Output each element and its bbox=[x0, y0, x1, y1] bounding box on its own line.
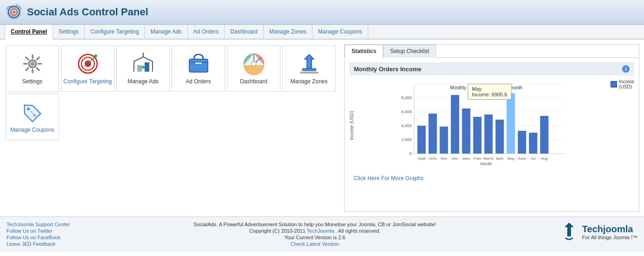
chart-title-bar: Monthly Orders Income i bbox=[349, 62, 634, 75]
icon-grid: Settings Configure Targeting bbox=[5, 44, 339, 212]
svg-text:4,000: 4,000 bbox=[401, 123, 412, 128]
tab-statistics[interactable]: Statistics bbox=[345, 45, 383, 58]
svg-rect-21 bbox=[189, 59, 208, 72]
nav-ad-orders[interactable]: Ad Orders bbox=[188, 25, 225, 39]
manage-zones-label: Manage Zones bbox=[290, 78, 327, 85]
svg-point-16 bbox=[85, 61, 91, 67]
manage-zones-icon bbox=[298, 52, 321, 75]
svg-text:Monthly Income For Past 12 mon: Monthly Income For Past 12 month bbox=[450, 85, 523, 90]
svg-rect-53 bbox=[462, 108, 471, 154]
svg-line-12 bbox=[26, 67, 29, 71]
chart-legend: Income(USD) bbox=[607, 79, 634, 89]
chart-title: Monthly Orders Income bbox=[354, 66, 421, 73]
svg-rect-19 bbox=[145, 62, 149, 72]
footer-check-version-link[interactable]: Check Latest Version bbox=[291, 241, 339, 247]
svg-point-25 bbox=[252, 61, 256, 66]
footer-facebook-link[interactable]: Follow Us on FaceBook bbox=[7, 235, 60, 240]
manage-coupons-icon-cell[interactable]: Manage Coupons bbox=[6, 94, 59, 140]
svg-point-3 bbox=[13, 11, 15, 13]
svg-rect-59 bbox=[496, 120, 504, 154]
legend-income-box bbox=[611, 81, 617, 88]
icon-row-1: Settings Configure Targeting bbox=[5, 44, 339, 93]
ad-orders-icon bbox=[187, 52, 210, 75]
svg-rect-49 bbox=[440, 127, 448, 154]
main-content: Settings Configure Targeting bbox=[0, 40, 644, 216]
svg-text:Febr: Febr bbox=[473, 156, 481, 161]
stats-content: Monthly Orders Income i Income (USD) May… bbox=[345, 58, 639, 189]
footer-version: Your Current Version is 2.6 bbox=[193, 235, 436, 240]
svg-line-10 bbox=[36, 67, 40, 71]
page-header: Social Ads Control Panel bbox=[0, 0, 644, 25]
nav-manage-zones[interactable]: Manage Zones bbox=[264, 25, 312, 39]
footer-techjoomla-link[interactable]: TechJoomla bbox=[307, 228, 334, 234]
chart-svg: 0 2,000 4,000 6,000 8,000 Monthly Income… bbox=[356, 79, 607, 168]
dashboard-icon bbox=[242, 52, 266, 75]
footer-rights-text: . All rights reserved. bbox=[336, 228, 381, 234]
info-icon[interactable]: i bbox=[622, 65, 630, 73]
svg-text:2,000: 2,000 bbox=[401, 137, 412, 142]
settings-label: Settings bbox=[22, 78, 42, 85]
svg-rect-63 bbox=[518, 131, 526, 154]
icon-row-2: Manage Coupons bbox=[5, 93, 339, 141]
techjoomla-name: Techjoomla bbox=[582, 224, 637, 235]
svg-rect-28 bbox=[300, 72, 319, 74]
main-nav: Control Panel Settings Configure Targeti… bbox=[0, 25, 644, 40]
footer-support-link[interactable]: TechJoomla Support Center bbox=[7, 222, 70, 227]
techjoomla-tagline: For All things Joomla !™ bbox=[582, 235, 637, 240]
svg-rect-55 bbox=[473, 117, 482, 154]
configure-targeting-link[interactable]: Configure Targeting bbox=[63, 78, 112, 85]
techjoomla-logo-icon bbox=[560, 222, 578, 243]
tab-setup-checklist[interactable]: Setup Checklist bbox=[383, 45, 436, 58]
manage-zones-icon-cell[interactable]: Manage Zones bbox=[282, 45, 336, 92]
footer-twitter-link[interactable]: Follow Us on Twitter bbox=[7, 228, 53, 234]
manage-coupons-link[interactable]: Manage Coupons bbox=[10, 127, 54, 133]
svg-text:April: April bbox=[496, 156, 504, 161]
manage-ads-icon-cell[interactable]: Manage Ads bbox=[116, 45, 170, 92]
svg-point-13 bbox=[30, 61, 35, 66]
techjoomla-brand-text: Techjoomla For All things Joomla !™ bbox=[582, 224, 637, 240]
svg-text:Nov: Nov bbox=[440, 156, 447, 161]
svg-point-20 bbox=[142, 53, 144, 54]
svg-rect-51 bbox=[451, 95, 459, 154]
nav-manage-coupons[interactable]: Manage Coupons bbox=[312, 25, 368, 39]
svg-text:Month: Month bbox=[480, 162, 492, 166]
svg-text:Sept: Sept bbox=[418, 156, 425, 161]
nav-settings[interactable]: Settings bbox=[53, 25, 85, 39]
svg-rect-61 bbox=[507, 93, 515, 154]
manage-ads-label: Manage Ads bbox=[127, 78, 159, 85]
svg-text:0: 0 bbox=[410, 151, 412, 156]
svg-text:Jul: Jul bbox=[531, 156, 535, 161]
nav-manage-ads[interactable]: Manage Ads bbox=[145, 25, 188, 39]
settings-icon-cell[interactable]: Settings bbox=[6, 45, 59, 92]
svg-text:May: May bbox=[507, 156, 514, 161]
svg-text:June: June bbox=[518, 156, 526, 161]
footer-copyright: Copyright (C) 2010-2011 TechJoomla . All… bbox=[193, 228, 436, 234]
svg-marker-26 bbox=[305, 54, 314, 68]
app-title: Social Ads Control Panel bbox=[27, 6, 148, 18]
svg-text:Octo: Octo bbox=[429, 156, 437, 161]
manage-coupons-icon bbox=[21, 101, 44, 124]
ad-orders-label: Ad Orders bbox=[186, 78, 211, 85]
more-graphs-link[interactable]: Click Here For More Graphs bbox=[349, 172, 634, 184]
y-axis-label: Income (USD) bbox=[349, 111, 354, 140]
footer: TechJoomla Support Center Follow Us on T… bbox=[0, 216, 644, 252]
svg-rect-67 bbox=[540, 116, 549, 154]
configure-targeting-icon-cell[interactable]: Configure Targeting bbox=[61, 45, 114, 92]
svg-point-31 bbox=[34, 115, 36, 116]
svg-text:Aug: Aug bbox=[541, 156, 547, 161]
svg-line-11 bbox=[36, 57, 40, 60]
nav-configure-targeting[interactable]: Configure Targeting bbox=[85, 25, 145, 39]
dashboard-icon-cell[interactable]: Dashboard bbox=[227, 45, 280, 92]
footer-jed-link[interactable]: Leave JED Feedback bbox=[7, 241, 55, 247]
svg-text:March: March bbox=[483, 156, 493, 161]
stats-tabs: Statistics Setup Checklist bbox=[345, 45, 639, 58]
svg-point-29 bbox=[27, 108, 30, 110]
svg-text:6,000: 6,000 bbox=[401, 109, 412, 114]
footer-center: SocialAds. A Powerful Advertisement Solu… bbox=[193, 222, 436, 248]
nav-dashboard[interactable]: Dashboard bbox=[225, 25, 264, 39]
ad-orders-icon-cell[interactable]: Ad Orders bbox=[172, 45, 225, 92]
chart-inner: May Income: 6905.6 0 bbox=[356, 79, 607, 169]
svg-rect-57 bbox=[485, 115, 493, 154]
nav-control-panel[interactable]: Control Panel bbox=[5, 25, 53, 40]
manage-ads-icon bbox=[132, 52, 155, 75]
